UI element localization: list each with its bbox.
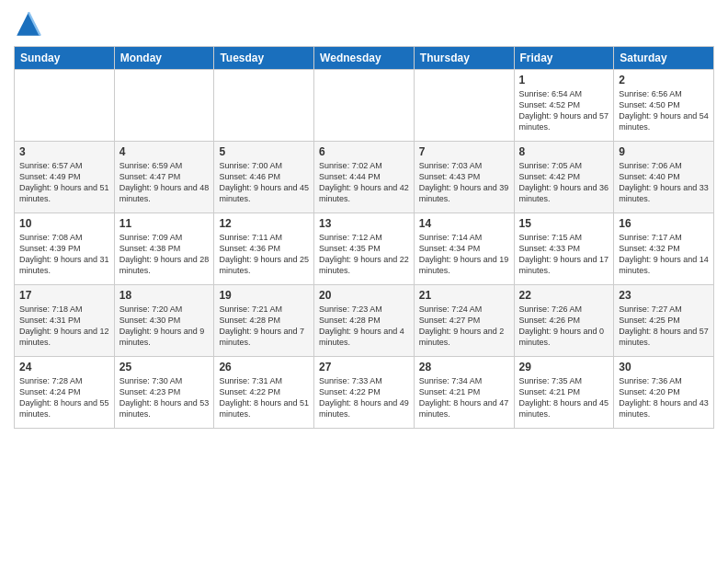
table-row: 11Sunrise: 7:09 AM Sunset: 4:38 PM Dayli… bbox=[114, 213, 214, 285]
day-info: Sunrise: 7:00 AM Sunset: 4:46 PM Dayligh… bbox=[219, 160, 309, 205]
col-thursday: Thursday bbox=[414, 47, 514, 70]
day-info: Sunrise: 7:15 AM Sunset: 4:33 PM Dayligh… bbox=[519, 232, 609, 277]
day-info: Sunrise: 7:28 AM Sunset: 4:24 PM Dayligh… bbox=[19, 375, 109, 420]
day-info: Sunrise: 6:56 AM Sunset: 4:50 PM Dayligh… bbox=[619, 88, 709, 133]
day-info: Sunrise: 7:36 AM Sunset: 4:20 PM Dayligh… bbox=[619, 375, 709, 420]
day-info: Sunrise: 7:35 AM Sunset: 4:21 PM Dayligh… bbox=[519, 375, 609, 420]
day-number: 10 bbox=[19, 217, 109, 230]
day-info: Sunrise: 7:05 AM Sunset: 4:42 PM Dayligh… bbox=[519, 160, 609, 205]
table-row: 22Sunrise: 7:26 AM Sunset: 4:26 PM Dayli… bbox=[514, 285, 614, 357]
day-info: Sunrise: 7:17 AM Sunset: 4:32 PM Dayligh… bbox=[619, 232, 709, 277]
table-row: 23Sunrise: 7:27 AM Sunset: 4:25 PM Dayli… bbox=[614, 285, 714, 357]
col-wednesday: Wednesday bbox=[314, 47, 415, 70]
table-row: 9Sunrise: 7:06 AM Sunset: 4:40 PM Daylig… bbox=[614, 142, 714, 213]
table-row: 1Sunrise: 6:54 AM Sunset: 4:52 PM Daylig… bbox=[514, 70, 614, 142]
table-row: 13Sunrise: 7:12 AM Sunset: 4:35 PM Dayli… bbox=[314, 213, 415, 285]
day-info: Sunrise: 7:26 AM Sunset: 4:26 PM Dayligh… bbox=[519, 304, 609, 349]
day-number: 19 bbox=[219, 289, 309, 302]
day-number: 11 bbox=[119, 217, 210, 230]
table-row: 15Sunrise: 7:15 AM Sunset: 4:33 PM Dayli… bbox=[514, 213, 614, 285]
day-info: Sunrise: 6:59 AM Sunset: 4:47 PM Dayligh… bbox=[119, 160, 210, 205]
day-info: Sunrise: 7:06 AM Sunset: 4:40 PM Dayligh… bbox=[619, 160, 709, 205]
table-row: 28Sunrise: 7:34 AM Sunset: 4:21 PM Dayli… bbox=[414, 357, 514, 429]
calendar-week-row: 10Sunrise: 7:08 AM Sunset: 4:39 PM Dayli… bbox=[15, 213, 714, 285]
day-number: 9 bbox=[619, 145, 709, 158]
day-info: Sunrise: 7:21 AM Sunset: 4:28 PM Dayligh… bbox=[219, 304, 309, 349]
day-number: 12 bbox=[219, 217, 309, 230]
day-number: 30 bbox=[619, 361, 709, 373]
table-row: 6Sunrise: 7:02 AM Sunset: 4:44 PM Daylig… bbox=[314, 142, 415, 213]
logo bbox=[14, 9, 47, 39]
table-row: 16Sunrise: 7:17 AM Sunset: 4:32 PM Dayli… bbox=[614, 213, 714, 285]
table-row: 7Sunrise: 7:03 AM Sunset: 4:43 PM Daylig… bbox=[414, 142, 514, 213]
day-number: 23 bbox=[619, 289, 709, 302]
day-number: 25 bbox=[119, 361, 210, 373]
day-info: Sunrise: 7:11 AM Sunset: 4:36 PM Dayligh… bbox=[219, 232, 309, 277]
day-number: 6 bbox=[319, 145, 409, 158]
table-row: 26Sunrise: 7:31 AM Sunset: 4:22 PM Dayli… bbox=[214, 357, 314, 429]
day-info: Sunrise: 7:27 AM Sunset: 4:25 PM Dayligh… bbox=[619, 304, 709, 349]
table-row: 20Sunrise: 7:23 AM Sunset: 4:28 PM Dayli… bbox=[314, 285, 415, 357]
day-number: 18 bbox=[119, 289, 210, 302]
day-number: 28 bbox=[419, 361, 509, 373]
day-number: 1 bbox=[519, 74, 609, 86]
day-info: Sunrise: 7:02 AM Sunset: 4:44 PM Dayligh… bbox=[319, 160, 409, 205]
day-number: 2 bbox=[619, 74, 709, 86]
day-number: 21 bbox=[419, 289, 509, 302]
page: Sunday Monday Tuesday Wednesday Thursday… bbox=[0, 0, 728, 563]
col-friday: Friday bbox=[514, 47, 614, 70]
day-number: 22 bbox=[519, 289, 609, 302]
day-number: 7 bbox=[419, 145, 509, 158]
calendar-week-row: 3Sunrise: 6:57 AM Sunset: 4:49 PM Daylig… bbox=[15, 142, 714, 213]
day-info: Sunrise: 6:54 AM Sunset: 4:52 PM Dayligh… bbox=[519, 88, 609, 133]
table-row: 12Sunrise: 7:11 AM Sunset: 4:36 PM Dayli… bbox=[214, 213, 314, 285]
day-number: 8 bbox=[519, 145, 609, 158]
day-info: Sunrise: 7:09 AM Sunset: 4:38 PM Dayligh… bbox=[119, 232, 210, 277]
calendar-body: 1Sunrise: 6:54 AM Sunset: 4:52 PM Daylig… bbox=[15, 70, 714, 429]
table-row: 24Sunrise: 7:28 AM Sunset: 4:24 PM Dayli… bbox=[15, 357, 115, 429]
calendar-week-row: 24Sunrise: 7:28 AM Sunset: 4:24 PM Dayli… bbox=[15, 357, 714, 429]
table-row: 8Sunrise: 7:05 AM Sunset: 4:42 PM Daylig… bbox=[514, 142, 614, 213]
table-row bbox=[114, 70, 214, 142]
svg-marker-0 bbox=[17, 12, 40, 36]
table-row: 10Sunrise: 7:08 AM Sunset: 4:39 PM Dayli… bbox=[15, 213, 115, 285]
header bbox=[14, 9, 714, 39]
table-row: 4Sunrise: 6:59 AM Sunset: 4:47 PM Daylig… bbox=[114, 142, 214, 213]
day-info: Sunrise: 7:08 AM Sunset: 4:39 PM Dayligh… bbox=[19, 232, 109, 277]
day-number: 5 bbox=[219, 145, 309, 158]
table-row: 2Sunrise: 6:56 AM Sunset: 4:50 PM Daylig… bbox=[614, 70, 714, 142]
day-number: 17 bbox=[19, 289, 109, 302]
day-number: 26 bbox=[219, 361, 309, 373]
logo-icon bbox=[14, 9, 43, 39]
table-row: 17Sunrise: 7:18 AM Sunset: 4:31 PM Dayli… bbox=[15, 285, 115, 357]
table-row bbox=[314, 70, 415, 142]
col-saturday: Saturday bbox=[614, 47, 714, 70]
day-number: 16 bbox=[619, 217, 709, 230]
day-number: 27 bbox=[319, 361, 409, 373]
day-info: Sunrise: 7:30 AM Sunset: 4:23 PM Dayligh… bbox=[119, 375, 210, 420]
table-row: 21Sunrise: 7:24 AM Sunset: 4:27 PM Dayli… bbox=[414, 285, 514, 357]
table-row: 14Sunrise: 7:14 AM Sunset: 4:34 PM Dayli… bbox=[414, 213, 514, 285]
day-info: Sunrise: 7:03 AM Sunset: 4:43 PM Dayligh… bbox=[419, 160, 509, 205]
col-sunday: Sunday bbox=[15, 47, 115, 70]
table-row: 18Sunrise: 7:20 AM Sunset: 4:30 PM Dayli… bbox=[114, 285, 214, 357]
day-info: Sunrise: 7:24 AM Sunset: 4:27 PM Dayligh… bbox=[419, 304, 509, 349]
table-row bbox=[414, 70, 514, 142]
day-number: 20 bbox=[319, 289, 409, 302]
day-number: 29 bbox=[519, 361, 609, 373]
day-info: Sunrise: 7:31 AM Sunset: 4:22 PM Dayligh… bbox=[219, 375, 309, 420]
day-info: Sunrise: 7:12 AM Sunset: 4:35 PM Dayligh… bbox=[319, 232, 409, 277]
table-row: 5Sunrise: 7:00 AM Sunset: 4:46 PM Daylig… bbox=[214, 142, 314, 213]
table-row: 25Sunrise: 7:30 AM Sunset: 4:23 PM Dayli… bbox=[114, 357, 214, 429]
table-row bbox=[15, 70, 115, 142]
calendar-week-row: 1Sunrise: 6:54 AM Sunset: 4:52 PM Daylig… bbox=[15, 70, 714, 142]
day-number: 13 bbox=[319, 217, 409, 230]
table-row: 3Sunrise: 6:57 AM Sunset: 4:49 PM Daylig… bbox=[15, 142, 115, 213]
day-number: 3 bbox=[19, 145, 109, 158]
table-row: 30Sunrise: 7:36 AM Sunset: 4:20 PM Dayli… bbox=[614, 357, 714, 429]
day-number: 14 bbox=[419, 217, 509, 230]
day-number: 24 bbox=[19, 361, 109, 373]
calendar-header-row: Sunday Monday Tuesday Wednesday Thursday… bbox=[15, 47, 714, 70]
day-info: Sunrise: 7:14 AM Sunset: 4:34 PM Dayligh… bbox=[419, 232, 509, 277]
calendar-table: Sunday Monday Tuesday Wednesday Thursday… bbox=[14, 46, 714, 429]
